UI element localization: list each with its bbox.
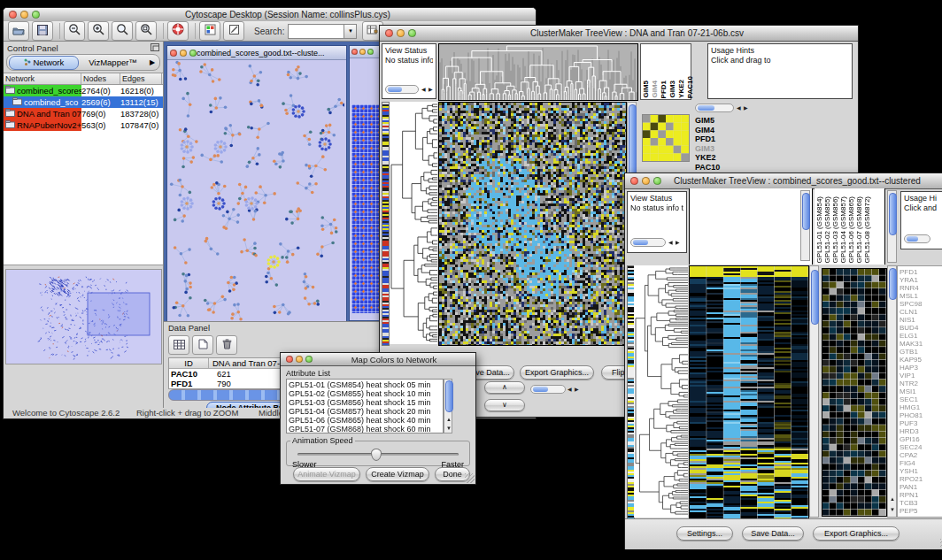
settings-button[interactable]: Settings... [676, 526, 733, 541]
heatmap-vscrollbar[interactable] [809, 265, 819, 518]
attribute-list[interactable]: GPL51-01 (GSM854) heat shock 05 minGPL51… [286, 379, 444, 433]
create-attribute-button[interactable] [192, 335, 213, 355]
gene-label[interactable]: KAP95 [900, 356, 942, 364]
cluster-summary-thumbnail[interactable] [642, 114, 690, 162]
close-button[interactable] [286, 356, 293, 363]
animate-vizmap-button[interactable]: Animate Vizmap [293, 467, 360, 481]
gene-label[interactable]: YRA1 [900, 276, 942, 284]
gene-label[interactable]: GIM3 [695, 144, 750, 154]
save-session-button[interactable] [32, 21, 53, 41]
column-labels-strip[interactable]: GIM5GIM4PFD1GIM3YKE2PAC10 [640, 43, 691, 100]
gene-label[interactable]: CPA2 [900, 451, 942, 459]
gene-label[interactable]: PEP5 [900, 507, 942, 515]
scroll-right-arrow[interactable]: ▶ [429, 85, 433, 94]
attribute-list-item[interactable]: GPL51-02 (GSM855) heat shock 10 min [289, 389, 441, 398]
delete-attribute-button[interactable] [216, 335, 237, 355]
close-button[interactable] [351, 49, 358, 55]
gene-label-list[interactable]: PFD1YRA1RNR4MSL1SPC98CLN1NIS1BUD4ELG1MAK… [898, 266, 942, 518]
gene-label[interactable]: MAK31 [900, 340, 942, 348]
scroll-right-arrow[interactable]: ▶ [744, 104, 748, 112]
zoom-button[interactable] [305, 356, 313, 363]
gene-label[interactable]: SEC1 [900, 395, 942, 403]
gene-label[interactable]: HMG1 [900, 403, 942, 411]
gene-label[interactable]: PUF3 [900, 419, 942, 427]
tab-network[interactable]: Network [9, 56, 79, 70]
gene-label[interactable]: HRD3 [900, 427, 942, 435]
gene-label[interactable]: PHO81 [900, 411, 942, 419]
network-overview-thumbnail[interactable] [5, 269, 162, 364]
heatmap-global-view[interactable] [689, 265, 809, 519]
scroll-down-arrow[interactable]: ▼ [446, 424, 452, 433]
zoom-button[interactable] [189, 50, 197, 57]
column-dendrogram[interactable] [438, 43, 638, 101]
gene-label[interactable]: FIG4 [900, 459, 942, 467]
heatmap-zoom-view[interactable] [822, 268, 887, 517]
zoom-in-button[interactable] [88, 21, 109, 41]
search-dropdown-arrow[interactable]: ▼ [344, 25, 356, 38]
scroll-up-arrow[interactable]: ▲ [890, 495, 895, 503]
scroll-right-arrow[interactable]: ▶ [676, 238, 680, 247]
col-header-id[interactable]: ID [169, 358, 209, 368]
gene-label[interactable]: BUD4 [900, 324, 942, 332]
close-button[interactable] [385, 29, 393, 37]
labels-vscrollbar[interactable] [887, 190, 897, 263]
gene-label[interactable]: RPO21 [900, 475, 942, 483]
attribute-list-item[interactable]: GPL51-06 (GSM865) heat shock 40 min [289, 416, 441, 425]
scroll-left-arrow[interactable]: ◀ [421, 85, 426, 94]
gene-label[interactable]: PFD1 [695, 134, 750, 144]
close-button[interactable] [630, 177, 638, 185]
gene-label[interactable]: SPC98 [900, 300, 942, 308]
help-button[interactable] [167, 21, 189, 41]
treeview-dna-titlebar[interactable]: ClusterMaker TreeView : DNA and Tran 07-… [380, 26, 858, 42]
minimize-button[interactable] [359, 49, 366, 55]
network-table-header[interactable]: Network Nodes Edges [4, 73, 163, 85]
gene-label[interactable]: ELG1 [900, 332, 942, 340]
step-down-button[interactable]: ∨ [484, 399, 525, 411]
export-graphics-button[interactable]: Export Graphics... [813, 526, 900, 541]
search-input[interactable] [289, 25, 344, 38]
scroll-right-arrow[interactable]: ▶ [575, 385, 579, 394]
gene-label[interactable]: MON2 [900, 515, 942, 518]
column-dendrogram-area[interactable] [689, 188, 813, 265]
zoom-button[interactable] [653, 177, 661, 185]
gene-label[interactable]: GIM5 [695, 116, 750, 126]
attribute-list-item[interactable]: GPL51-07 (GSM868) heat shock 60 min [289, 425, 441, 433]
dialog-titlebar[interactable]: Map Colors to Network [281, 353, 475, 366]
column-labels-strip[interactable]: GPL51-01 (GSM854)GPL51-02 (GSM855)GPL51-… [815, 188, 885, 265]
gene-label[interactable]: YKE2 [695, 153, 750, 163]
gene-label[interactable]: MSL1 [900, 292, 942, 300]
gene-label[interactable]: YSH1 [900, 467, 942, 475]
scroll-down-arrow[interactable]: ▼ [890, 505, 895, 514]
minimize-button[interactable] [180, 50, 187, 57]
minimize-button[interactable] [642, 177, 650, 185]
gene-label-list[interactable]: GIM5GIM4PFD1GIM3YKE2PAC10 [695, 116, 750, 172]
scroll-left-arrow[interactable]: ◀ [737, 104, 741, 112]
network-table-row[interactable]: DNA and Tran 07 769(0) 183728(0) [4, 108, 163, 119]
gene-label[interactable]: GPI16 [900, 435, 942, 443]
network-table-row[interactable]: combined_sco 2569(6) 13112(15) [4, 96, 163, 108]
gene-label[interactable]: NTR2 [900, 380, 942, 387]
gene-label[interactable]: HAP3 [900, 364, 942, 372]
close-button[interactable] [9, 11, 17, 19]
gene-label[interactable]: NIS1 [900, 316, 942, 324]
tab-overflow-arrow[interactable]: ▶ [147, 58, 158, 66]
network-table-row[interactable]: RNAPuberNov2+ 563(0) 107847(0) [4, 119, 163, 131]
gene-label[interactable]: TCB3 [900, 499, 942, 507]
zoom-out-button[interactable] [64, 21, 85, 41]
gene-label[interactable]: RPN1 [900, 491, 942, 499]
vizmapper-button[interactable] [199, 21, 220, 41]
gene-label[interactable]: MSI1 [900, 387, 942, 395]
close-button[interactable] [170, 50, 177, 57]
gene-label[interactable]: GIM4 [695, 126, 750, 135]
attribute-list-item[interactable]: GPL51-03 (GSM856) heat shock 15 min [289, 398, 441, 407]
gene-list-hscrollbar[interactable] [695, 104, 734, 112]
gene-label[interactable]: SEC24 [900, 443, 942, 451]
zoom-button[interactable] [32, 11, 40, 19]
annotation-button[interactable] [223, 21, 244, 41]
save-data-button[interactable]: Save Data... [742, 526, 804, 541]
zoom-selected-button[interactable] [112, 21, 133, 41]
heatmap-global-view[interactable] [438, 102, 627, 346]
gene-label[interactable]: PAC10 [695, 163, 750, 173]
gene-list-vscrollbar[interactable]: ▲ ▼ [887, 265, 897, 518]
attribute-list-vscrollbar[interactable]: ▲ ▼ [444, 379, 452, 433]
